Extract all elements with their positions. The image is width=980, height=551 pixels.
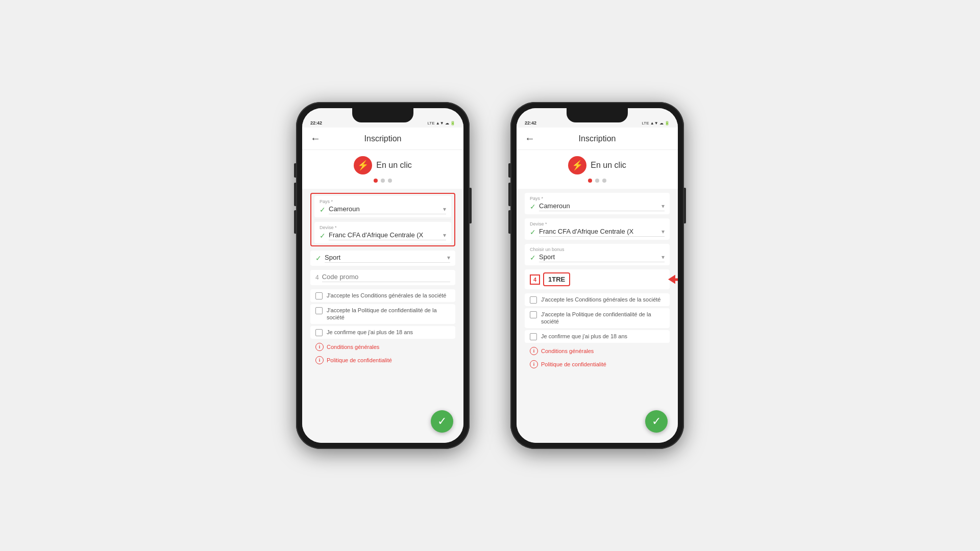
status-icons-left: LTE ▲▼ ☁ 🔋 (427, 121, 455, 126)
devise-field-left[interactable]: Devise * ✓ Franc CFA d'Afrique Centrale … (314, 222, 451, 243)
bonus-chevron-right: ▾ (662, 254, 665, 261)
checkbox-icon-3-left[interactable] (315, 329, 323, 336)
devise-chevron-right: ▾ (662, 228, 665, 235)
dot-3-right (602, 179, 606, 183)
dot-2-right (595, 179, 599, 183)
checkbox-2-left: J'accepte la Politique de confidentialit… (310, 304, 455, 324)
notch-left (352, 108, 413, 122)
pays-chevron-left: ▾ (443, 206, 446, 213)
link-row-2-left: i Politique de confidentialité (310, 354, 455, 366)
checkbox-label-1-right: J'accepte les Conditions générales de la… (541, 296, 660, 303)
phone-right: 22:42 LTE ▲▼ ☁ 🔋 ← Inscription ⚡ En un c… (510, 102, 684, 449)
phone-left: 22:42 LTE ▲▼ ☁ 🔋 ← Inscription ⚡ En un c… (296, 102, 470, 449)
logo-text-right: En un clic (591, 161, 626, 170)
form-left: Pays * ✓ Cameroun ▾ Devise * ✓ (302, 189, 463, 443)
arrow-annotation (673, 278, 678, 281)
checkbox-3-left: Je confirme que j'ai plus de 18 ans (310, 326, 455, 339)
step-circle-right: 4 (530, 274, 540, 285)
lightning-icon-right: ⚡ (572, 160, 583, 171)
link-text-1-left[interactable]: Conditions générales (327, 344, 379, 350)
devise-chevron-left: ▾ (443, 232, 446, 239)
dot-1-right (588, 179, 592, 183)
dot-1-left (374, 179, 378, 183)
checkbox-icon-1-right[interactable] (530, 296, 537, 304)
checkbox-icon-2-left[interactable] (315, 307, 323, 314)
pays-check-left: ✓ (320, 206, 326, 214)
bonus-check-right: ✓ (530, 254, 536, 262)
pays-label-left: Pays * (320, 199, 446, 204)
header-left: ⚡ En un clic (302, 150, 463, 189)
dot-2-left (381, 179, 385, 183)
back-button-left[interactable]: ← (310, 133, 321, 144)
pays-value-left: Cameroun ▾ (329, 205, 446, 214)
checkbox-1-right: J'accepte les Conditions générales de la… (525, 293, 670, 306)
logo-icon-right: ⚡ (568, 156, 586, 174)
separator-1-left (314, 219, 451, 220)
info-icon-1-right: i (530, 347, 538, 355)
pays-value-right: Cameroun ▾ (539, 202, 665, 211)
link-row-1-right: i Conditions générales (525, 345, 670, 357)
devise-value-right: Franc CFA d'Afrique Centrale (X ▾ (539, 228, 665, 237)
pagination-dots-right (588, 179, 606, 183)
top-nav-left: ← Inscription (302, 128, 463, 150)
checkbox-label-3-left: Je confirme que j'ai plus de 18 ans (327, 329, 413, 336)
lightning-icon-left: ⚡ (357, 160, 369, 171)
info-icon-1-left: i (315, 343, 324, 351)
screen-right: 22:42 LTE ▲▼ ☁ 🔋 ← Inscription ⚡ En un c… (517, 108, 678, 443)
devise-label-right: Devise * (530, 221, 665, 227)
arrow-line (673, 278, 678, 281)
logo-text-left: En un clic (376, 161, 411, 170)
devise-row-right: ✓ Franc CFA d'Afrique Centrale (X ▾ (530, 228, 665, 237)
fab-right[interactable]: ✓ (645, 410, 668, 433)
link-text-2-right[interactable]: Politique de confidentialité (541, 361, 606, 367)
checkbox-label-2-left: J'accepte la Politique de confidentialit… (327, 307, 450, 321)
side-btn-mute-right (508, 163, 510, 178)
side-btn-vol-up (294, 183, 296, 206)
logo-row-right: ⚡ En un clic (568, 156, 626, 174)
checkbox-icon-1-left[interactable] (315, 292, 323, 299)
devise-value-left: Franc CFA d'Afrique Centrale (X ▾ (329, 231, 446, 240)
checkbox-icon-3-right[interactable] (530, 333, 537, 340)
highlight-box-left: Pays * ✓ Cameroun ▾ Devise * ✓ (310, 193, 455, 246)
back-button-right[interactable]: ← (525, 133, 535, 144)
devise-field-right[interactable]: Devise * ✓ Franc CFA d'Afrique Centrale … (525, 218, 670, 240)
checkbox-icon-2-right[interactable] (530, 311, 537, 318)
page-title-right: Inscription (579, 134, 616, 143)
pays-field-right[interactable]: Pays * ✓ Cameroun ▾ (525, 193, 670, 214)
promo-section-right: 4 1TRE (525, 269, 670, 289)
checkbox-1-left: J'accepte les Conditions générales de la… (310, 289, 455, 302)
notch-right (567, 108, 628, 122)
dot-3-left (388, 179, 392, 183)
checkbox-label-1-left: J'accepte les Conditions générales de la… (327, 292, 446, 299)
link-text-1-right[interactable]: Conditions générales (541, 348, 594, 354)
logo-icon-left: ⚡ (354, 156, 372, 174)
step-num-left: 4 (315, 274, 319, 281)
bonus-value-left: Sport ▾ (325, 254, 450, 263)
fab-left[interactable]: ✓ (431, 410, 453, 433)
promo-section-left: 4 (310, 270, 455, 285)
pagination-dots-left (374, 179, 392, 183)
top-nav-right: ← Inscription (517, 128, 678, 150)
time-right: 22:42 (525, 120, 536, 126)
promo-input-left[interactable] (322, 273, 450, 282)
devise-check-right: ✓ (530, 228, 536, 236)
arrow-head (668, 274, 675, 284)
status-icons-right: LTE ▲▼ ☁ 🔋 (642, 121, 670, 126)
devise-row-left: ✓ Franc CFA d'Afrique Centrale (X ▾ (320, 231, 446, 240)
devise-label-left: Devise * (320, 225, 446, 230)
link-row-1-left: i Conditions générales (310, 341, 455, 353)
side-btn-vol-down-right (508, 210, 510, 234)
link-row-2-right: i Politique de confidentialité (525, 358, 670, 370)
link-text-2-left[interactable]: Politique de confidentialité (327, 357, 392, 363)
time-left: 22:42 (310, 120, 322, 126)
pays-field-left[interactable]: Pays * ✓ Cameroun ▾ (314, 196, 451, 217)
checkbox-label-3-right: Je confirme que j'ai plus de 18 ans (541, 333, 627, 340)
pays-chevron-right: ▾ (662, 203, 665, 210)
bonus-row-right: ✓ Sport ▾ (530, 253, 665, 262)
header-right: ⚡ En un clic (517, 150, 678, 189)
promo-value-right[interactable]: 1TRE (543, 272, 570, 286)
info-icon-2-right: i (530, 360, 538, 368)
side-btn-vol-up-right (508, 183, 510, 206)
bonus-field-left[interactable]: ✓ Sport ▾ (310, 251, 455, 266)
bonus-field-right[interactable]: Choisir un bonus ✓ Sport ▾ (525, 244, 670, 265)
